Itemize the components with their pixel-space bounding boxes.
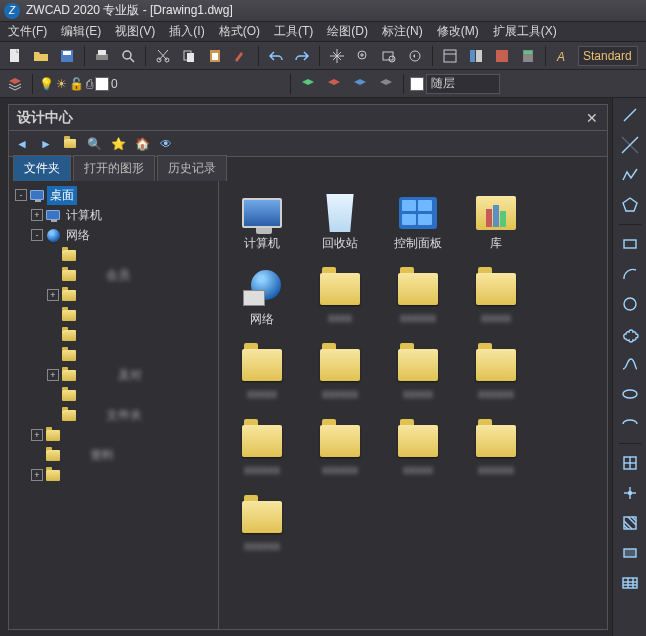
thumb-item[interactable]: xxxxxx — [223, 417, 301, 493]
expand-icon[interactable]: - — [15, 189, 27, 201]
expand-icon[interactable]: - — [31, 229, 43, 241]
arc-tool-icon[interactable] — [619, 263, 641, 285]
save-icon[interactable] — [56, 45, 78, 67]
pan-icon[interactable] — [326, 45, 348, 67]
zoom-rt-icon[interactable] — [352, 45, 374, 67]
fav-icon[interactable]: ⭐ — [109, 135, 127, 153]
redo-icon[interactable] — [291, 45, 313, 67]
tree-node[interactable] — [11, 385, 216, 405]
thumb-item[interactable]: 网络 — [223, 265, 301, 341]
close-icon[interactable]: ✕ — [583, 109, 601, 127]
menu-item[interactable]: 插入(I) — [163, 21, 210, 42]
panel-tab[interactable]: 文件夹 — [13, 155, 71, 181]
thumb-item[interactable]: xxxxx — [379, 341, 457, 417]
spline-tool-icon[interactable] — [619, 353, 641, 375]
thumb-item[interactable]: xxxxxx — [301, 417, 379, 493]
panel-tab[interactable]: 历史记录 — [157, 155, 227, 181]
thumb-item[interactable]: xxxxxx — [301, 341, 379, 417]
textstyle-icon[interactable]: A — [552, 45, 574, 67]
textstyle-combo[interactable]: Standard — [578, 46, 638, 66]
menu-item[interactable]: 视图(V) — [109, 21, 161, 42]
tree-node[interactable]: 会员 — [11, 265, 216, 285]
tree-node[interactable] — [11, 345, 216, 365]
copy-icon[interactable] — [178, 45, 200, 67]
thumb-item[interactable]: 控制面板 — [379, 189, 457, 265]
menu-item[interactable]: 编辑(E) — [55, 21, 107, 42]
tree-node[interactable]: + — [11, 425, 216, 445]
menu-item[interactable]: 扩展工具(X) — [487, 21, 563, 42]
thumb-item[interactable]: xxxxxx — [457, 341, 535, 417]
folder-tree[interactable]: -桌面+计算机-网络 会员+ + 及对 文件夹+ 资料+ — [9, 181, 219, 629]
tree-node[interactable]: + 及对 — [11, 365, 216, 385]
tree-node[interactable]: -网络 — [11, 225, 216, 245]
fwd-icon[interactable]: ► — [37, 135, 55, 153]
cut-icon[interactable] — [152, 45, 174, 67]
menu-item[interactable]: 修改(M) — [431, 21, 485, 42]
circle-tool-icon[interactable] — [619, 293, 641, 315]
region-tool-icon[interactable] — [619, 542, 641, 564]
menu-item[interactable]: 文件(F) — [2, 21, 53, 42]
table-tool-icon[interactable] — [619, 572, 641, 594]
ellipsearc-tool-icon[interactable] — [619, 413, 641, 435]
thumb-item[interactable]: xxxxxx — [223, 493, 301, 569]
thumb-item[interactable]: 库 — [457, 189, 535, 265]
tree-node[interactable] — [11, 245, 216, 265]
bylayer-color-combo[interactable]: 随层 — [410, 74, 500, 94]
thumb-item[interactable]: 回收站 — [301, 189, 379, 265]
open-icon[interactable] — [30, 45, 52, 67]
pline-tool-icon[interactable] — [619, 164, 641, 186]
layer-prev-icon[interactable] — [297, 73, 319, 95]
panel-tab[interactable]: 打开的图形 — [73, 155, 155, 181]
layer-frz-icon[interactable] — [349, 73, 371, 95]
layer-mgr-icon[interactable] — [4, 73, 26, 95]
menu-item[interactable]: 绘图(D) — [321, 21, 374, 42]
zoom-win-icon[interactable] — [378, 45, 400, 67]
thumb-item[interactable]: xxxxxx — [457, 417, 535, 493]
rect-tool-icon[interactable] — [619, 233, 641, 255]
thumb-item[interactable]: xxxxx — [457, 265, 535, 341]
tree-node[interactable]: + — [11, 465, 216, 485]
match-icon[interactable] — [230, 45, 252, 67]
expand-icon[interactable]: + — [47, 369, 59, 381]
expand-icon[interactable]: + — [31, 429, 43, 441]
thumb-item[interactable]: xxxxx — [379, 417, 457, 493]
revcloud-tool-icon[interactable] — [619, 323, 641, 345]
thumb-item[interactable]: xxxxxx — [379, 265, 457, 341]
calc-icon[interactable] — [517, 45, 539, 67]
tree-node[interactable]: + — [11, 285, 216, 305]
point-tool-icon[interactable] — [619, 482, 641, 504]
thumb-item[interactable]: xxxxx — [223, 341, 301, 417]
home-icon[interactable]: 🏠 — [133, 135, 151, 153]
thumb-item[interactable]: xxxx — [301, 265, 379, 341]
designcenter-icon[interactable] — [465, 45, 487, 67]
expand-icon[interactable]: + — [31, 209, 43, 221]
menu-item[interactable]: 标注(N) — [376, 21, 429, 42]
line-tool-icon[interactable] — [619, 104, 641, 126]
tree-node[interactable] — [11, 305, 216, 325]
new-icon[interactable] — [4, 45, 26, 67]
hatch-tool-icon[interactable] — [619, 512, 641, 534]
thumbnail-pane[interactable]: 计算机回收站控制面板库网络xxxxxxxxxxxxxxxxxxxxxxxxxxx… — [219, 181, 607, 629]
paste-icon[interactable] — [204, 45, 226, 67]
back-icon[interactable]: ◄ — [13, 135, 31, 153]
undo-icon[interactable] — [265, 45, 287, 67]
toolpal-icon[interactable] — [491, 45, 513, 67]
tree-node[interactable] — [11, 325, 216, 345]
up-icon[interactable] — [61, 135, 79, 153]
search-icon[interactable]: 🔍 — [85, 135, 103, 153]
block-tool-icon[interactable] — [619, 452, 641, 474]
tree-node[interactable]: +计算机 — [11, 205, 216, 225]
expand-icon[interactable]: + — [47, 289, 59, 301]
preview-toggle-icon[interactable]: 👁 — [157, 135, 175, 153]
menu-item[interactable]: 工具(T) — [268, 21, 319, 42]
layer-off-icon[interactable] — [375, 73, 397, 95]
print-icon[interactable] — [91, 45, 113, 67]
preview-icon[interactable] — [117, 45, 139, 67]
tree-node[interactable]: 文件夹 — [11, 405, 216, 425]
thumb-item[interactable]: 计算机 — [223, 189, 301, 265]
zoom-prev-icon[interactable] — [404, 45, 426, 67]
tree-node[interactable]: 资料 — [11, 445, 216, 465]
props-icon[interactable] — [439, 45, 461, 67]
layer-combo[interactable]: 💡 ☀ 🔓 ⎙ 0 — [39, 77, 120, 91]
menu-item[interactable]: 格式(O) — [213, 21, 266, 42]
